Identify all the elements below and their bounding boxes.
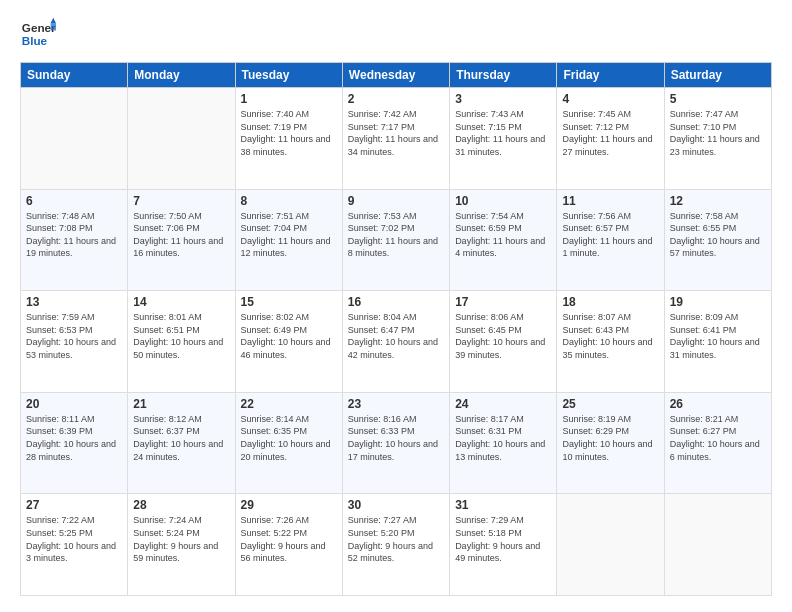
day-info: Sunrise: 7:54 AMSunset: 6:59 PMDaylight:… [455, 210, 551, 260]
day-cell: 8Sunrise: 7:51 AMSunset: 7:04 PMDaylight… [235, 189, 342, 291]
day-cell: 9Sunrise: 7:53 AMSunset: 7:02 PMDaylight… [342, 189, 449, 291]
day-number: 4 [562, 92, 658, 106]
day-info: Sunrise: 7:40 AMSunset: 7:19 PMDaylight:… [241, 108, 337, 158]
svg-marker-3 [51, 23, 56, 30]
calendar-table: SundayMondayTuesdayWednesdayThursdayFrid… [20, 62, 772, 596]
svg-text:Blue: Blue [22, 34, 48, 47]
day-cell: 18Sunrise: 8:07 AMSunset: 6:43 PMDayligh… [557, 291, 664, 393]
day-number: 12 [670, 194, 766, 208]
day-info: Sunrise: 7:27 AMSunset: 5:20 PMDaylight:… [348, 514, 444, 564]
day-cell: 14Sunrise: 8:01 AMSunset: 6:51 PMDayligh… [128, 291, 235, 393]
day-info: Sunrise: 8:16 AMSunset: 6:33 PMDaylight:… [348, 413, 444, 463]
day-number: 5 [670, 92, 766, 106]
day-cell: 10Sunrise: 7:54 AMSunset: 6:59 PMDayligh… [450, 189, 557, 291]
day-info: Sunrise: 8:17 AMSunset: 6:31 PMDaylight:… [455, 413, 551, 463]
day-info: Sunrise: 8:21 AMSunset: 6:27 PMDaylight:… [670, 413, 766, 463]
day-cell: 12Sunrise: 7:58 AMSunset: 6:55 PMDayligh… [664, 189, 771, 291]
day-number: 1 [241, 92, 337, 106]
day-header-row: SundayMondayTuesdayWednesdayThursdayFrid… [21, 63, 772, 88]
day-info: Sunrise: 7:47 AMSunset: 7:10 PMDaylight:… [670, 108, 766, 158]
day-info: Sunrise: 7:51 AMSunset: 7:04 PMDaylight:… [241, 210, 337, 260]
day-cell: 2Sunrise: 7:42 AMSunset: 7:17 PMDaylight… [342, 88, 449, 190]
day-cell: 3Sunrise: 7:43 AMSunset: 7:15 PMDaylight… [450, 88, 557, 190]
day-header-tuesday: Tuesday [235, 63, 342, 88]
day-info: Sunrise: 7:24 AMSunset: 5:24 PMDaylight:… [133, 514, 229, 564]
day-header-sunday: Sunday [21, 63, 128, 88]
day-number: 18 [562, 295, 658, 309]
day-number: 22 [241, 397, 337, 411]
logo: General Blue [20, 16, 56, 52]
day-info: Sunrise: 7:58 AMSunset: 6:55 PMDaylight:… [670, 210, 766, 260]
day-cell: 7Sunrise: 7:50 AMSunset: 7:06 PMDaylight… [128, 189, 235, 291]
day-info: Sunrise: 7:22 AMSunset: 5:25 PMDaylight:… [26, 514, 122, 564]
day-number: 26 [670, 397, 766, 411]
day-number: 10 [455, 194, 551, 208]
day-number: 7 [133, 194, 229, 208]
day-cell: 20Sunrise: 8:11 AMSunset: 6:39 PMDayligh… [21, 392, 128, 494]
logo-icon: General Blue [20, 16, 56, 52]
day-cell: 23Sunrise: 8:16 AMSunset: 6:33 PMDayligh… [342, 392, 449, 494]
day-cell: 4Sunrise: 7:45 AMSunset: 7:12 PMDaylight… [557, 88, 664, 190]
day-header-thursday: Thursday [450, 63, 557, 88]
day-info: Sunrise: 7:59 AMSunset: 6:53 PMDaylight:… [26, 311, 122, 361]
day-number: 2 [348, 92, 444, 106]
day-number: 30 [348, 498, 444, 512]
day-cell: 17Sunrise: 8:06 AMSunset: 6:45 PMDayligh… [450, 291, 557, 393]
day-cell: 5Sunrise: 7:47 AMSunset: 7:10 PMDaylight… [664, 88, 771, 190]
day-cell: 6Sunrise: 7:48 AMSunset: 7:08 PMDaylight… [21, 189, 128, 291]
day-number: 11 [562, 194, 658, 208]
day-info: Sunrise: 7:26 AMSunset: 5:22 PMDaylight:… [241, 514, 337, 564]
day-header-wednesday: Wednesday [342, 63, 449, 88]
day-number: 20 [26, 397, 122, 411]
day-header-friday: Friday [557, 63, 664, 88]
day-info: Sunrise: 7:42 AMSunset: 7:17 PMDaylight:… [348, 108, 444, 158]
day-info: Sunrise: 7:29 AMSunset: 5:18 PMDaylight:… [455, 514, 551, 564]
day-number: 16 [348, 295, 444, 309]
day-cell: 11Sunrise: 7:56 AMSunset: 6:57 PMDayligh… [557, 189, 664, 291]
day-info: Sunrise: 7:45 AMSunset: 7:12 PMDaylight:… [562, 108, 658, 158]
day-number: 27 [26, 498, 122, 512]
day-number: 14 [133, 295, 229, 309]
day-cell: 29Sunrise: 7:26 AMSunset: 5:22 PMDayligh… [235, 494, 342, 596]
day-cell: 31Sunrise: 7:29 AMSunset: 5:18 PMDayligh… [450, 494, 557, 596]
day-cell: 21Sunrise: 8:12 AMSunset: 6:37 PMDayligh… [128, 392, 235, 494]
week-row-1: 1Sunrise: 7:40 AMSunset: 7:19 PMDaylight… [21, 88, 772, 190]
calendar-page: General Blue SundayMondayTuesdayWednesda… [0, 0, 792, 612]
day-info: Sunrise: 7:56 AMSunset: 6:57 PMDaylight:… [562, 210, 658, 260]
week-row-4: 20Sunrise: 8:11 AMSunset: 6:39 PMDayligh… [21, 392, 772, 494]
header: General Blue [20, 16, 772, 52]
day-info: Sunrise: 8:01 AMSunset: 6:51 PMDaylight:… [133, 311, 229, 361]
day-info: Sunrise: 7:53 AMSunset: 7:02 PMDaylight:… [348, 210, 444, 260]
day-number: 6 [26, 194, 122, 208]
week-row-3: 13Sunrise: 7:59 AMSunset: 6:53 PMDayligh… [21, 291, 772, 393]
day-header-saturday: Saturday [664, 63, 771, 88]
day-cell: 13Sunrise: 7:59 AMSunset: 6:53 PMDayligh… [21, 291, 128, 393]
day-info: Sunrise: 7:48 AMSunset: 7:08 PMDaylight:… [26, 210, 122, 260]
day-number: 28 [133, 498, 229, 512]
day-info: Sunrise: 7:43 AMSunset: 7:15 PMDaylight:… [455, 108, 551, 158]
day-number: 13 [26, 295, 122, 309]
day-cell: 16Sunrise: 8:04 AMSunset: 6:47 PMDayligh… [342, 291, 449, 393]
day-number: 9 [348, 194, 444, 208]
day-number: 23 [348, 397, 444, 411]
day-number: 21 [133, 397, 229, 411]
day-cell [128, 88, 235, 190]
day-cell: 19Sunrise: 8:09 AMSunset: 6:41 PMDayligh… [664, 291, 771, 393]
day-cell: 26Sunrise: 8:21 AMSunset: 6:27 PMDayligh… [664, 392, 771, 494]
day-cell: 27Sunrise: 7:22 AMSunset: 5:25 PMDayligh… [21, 494, 128, 596]
day-info: Sunrise: 8:11 AMSunset: 6:39 PMDaylight:… [26, 413, 122, 463]
day-info: Sunrise: 8:07 AMSunset: 6:43 PMDaylight:… [562, 311, 658, 361]
day-cell: 1Sunrise: 7:40 AMSunset: 7:19 PMDaylight… [235, 88, 342, 190]
day-cell: 22Sunrise: 8:14 AMSunset: 6:35 PMDayligh… [235, 392, 342, 494]
day-cell [21, 88, 128, 190]
day-info: Sunrise: 8:14 AMSunset: 6:35 PMDaylight:… [241, 413, 337, 463]
week-row-2: 6Sunrise: 7:48 AMSunset: 7:08 PMDaylight… [21, 189, 772, 291]
day-info: Sunrise: 8:09 AMSunset: 6:41 PMDaylight:… [670, 311, 766, 361]
day-info: Sunrise: 8:04 AMSunset: 6:47 PMDaylight:… [348, 311, 444, 361]
day-cell: 15Sunrise: 8:02 AMSunset: 6:49 PMDayligh… [235, 291, 342, 393]
day-number: 8 [241, 194, 337, 208]
day-number: 31 [455, 498, 551, 512]
day-number: 17 [455, 295, 551, 309]
day-cell: 30Sunrise: 7:27 AMSunset: 5:20 PMDayligh… [342, 494, 449, 596]
day-info: Sunrise: 7:50 AMSunset: 7:06 PMDaylight:… [133, 210, 229, 260]
